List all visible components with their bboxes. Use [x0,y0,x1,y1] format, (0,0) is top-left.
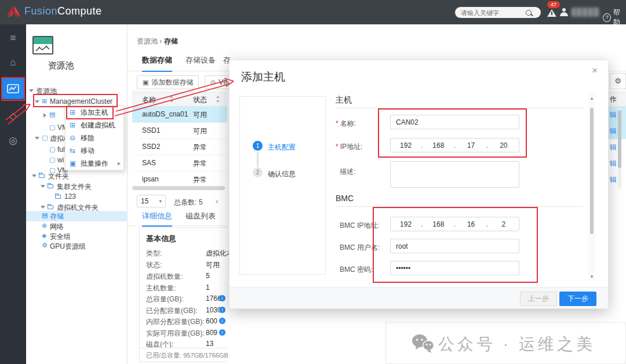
vm-group-icon: ▢ [42,134,48,141]
col-status[interactable]: 状态 [193,95,207,105]
left-icon-rail: ≡ ⌂ ◇ ◎ [0,24,26,364]
info-icon[interactable]: i [219,329,225,336]
watermark-card: 公众号 · 运维之美 [385,322,626,364]
tree-node-storage-selected[interactable]: ▤存储 [26,211,128,221]
info-row-internal-allocated: 内部分配容量(GB):600i [146,317,205,327]
tree-node-folders[interactable]: 文件夹 [26,171,128,181]
user-icon[interactable] [560,8,568,16]
cluster-icon: ⊞ [42,97,47,105]
breadcrumb-current: 存储 [164,37,178,45]
dialog-scrollbar[interactable]: ▴ ▾ [588,94,595,281]
sort-name-icon[interactable] [170,95,174,103]
menu-item-add-host[interactable]: ⊞添加主机 [65,106,123,119]
main-menu-icon[interactable]: ≡ [0,32,26,44]
info-row-type: 类型:虚拟化本地 [146,249,162,259]
fusioncompute-screen: FusionCompute 47 ? 帮助 ≡ ⌂ ◇ ◎ 资源池 [0,0,626,364]
edit-link-fragment[interactable]: 辑 [606,123,626,139]
network-icon: ⊕ [42,222,47,230]
col-name[interactable]: 名称 [142,95,156,105]
services-icon[interactable]: ◇ [0,110,26,122]
info-icon[interactable]: i [219,295,225,301]
bmc-password-input[interactable] [390,261,519,275]
close-icon[interactable]: × [592,65,598,77]
info-row-status: 状态:可用 [146,260,162,271]
scrollbar-thumb[interactable] [590,108,594,234]
tree-node-cluster-folder[interactable]: 集群文件夹 [26,181,128,192]
scroll-down-icon[interactable]: ▾ [588,274,595,279]
home-icon[interactable]: ⌂ [0,57,26,68]
add-datastore-button[interactable]: ▣添加数据存储 [137,75,199,89]
search-icon[interactable] [526,10,532,16]
breadcrumb-parent[interactable]: 资源池 [137,37,158,45]
tree-node-security-group[interactable]: ◈安全组 [26,231,128,242]
pager-total: 总条数: 5 [174,198,202,208]
vm-icon: ▢ [49,145,55,153]
name-input[interactable] [390,115,519,129]
help-button[interactable]: ? 帮助 [603,8,626,27]
resource-pool-nav-active[interactable] [2,78,24,99]
tab-disk-list[interactable]: 磁盘列表 [185,211,216,225]
info-icon[interactable]: i [219,318,225,324]
table-row[interactable]: autoDS_cna01可用 [132,107,227,123]
edit-link-fragment[interactable]: 辑 [606,107,626,123]
step-1-circle[interactable]: 1 [253,141,263,151]
bmc-ip-input[interactable]: 192 168 16 2 [390,217,519,231]
edit-link-fragment[interactable]: 辑 [606,139,626,155]
global-search[interactable] [455,7,541,18]
description-textarea[interactable] [390,161,519,188]
tree-node-folder-123[interactable]: 123 [26,192,128,202]
table-row[interactable]: ipsan异常 [132,172,227,188]
table-horizontal-scrollbar[interactable] [132,186,225,190]
page-size-select[interactable]: 15▾ [137,195,166,208]
step-connector [257,152,259,167]
dialog-title: 添加主机 [241,70,285,85]
sort-status-icon[interactable] [216,95,220,103]
username-blurred[interactable] [572,8,599,17]
table-vertical-scrollbar[interactable] [618,108,621,189]
info-row-total-capacity: 总容量(GB):1766i [146,294,184,305]
step-1-label[interactable]: 主机配置 [268,143,296,152]
add-host-icon: ⊞ [70,106,75,119]
ip-address-input[interactable]: 192 168 17 20 [390,138,519,152]
pager-prev-icon[interactable]: ‹ [216,196,219,206]
menu-item-remove[interactable]: ⊖移除 [65,132,123,144]
tab-detail-info[interactable]: 详细信息 [142,211,172,227]
table-row[interactable]: SSD2异常 [132,139,227,155]
info-icon[interactable]: i [219,307,225,313]
step-2-label[interactable]: 确认信息 [268,169,296,179]
chevron-down-icon: ▾ [159,198,162,204]
edit-link-fragment[interactable]: 辑 [606,172,626,188]
previous-step-button[interactable]: 上一步 [520,292,557,306]
system-icon[interactable]: ◎ [0,134,26,147]
table-settings-gear-icon[interactable]: ⚙ [610,73,626,89]
basic-info-title: 基本信息 [146,234,176,244]
search-input[interactable] [460,9,526,17]
tree-node-gpu-group[interactable]: ⚙GPU资源组 [26,241,128,252]
table-row[interactable]: SSD1可用 [132,123,227,139]
alarm-count-badge: 47 [547,1,560,8]
table-header: 名称 状态 [132,92,227,107]
bmc-password-field-label: BMC 密码: [340,265,373,275]
table-row[interactable]: SAS异常 [132,155,227,172]
tab-datastore[interactable]: 数据存储 [142,55,172,72]
tree-node-resource-pool[interactable]: 资源池 [26,86,128,96]
next-step-button[interactable]: 下一步 [559,292,596,306]
menu-item-move[interactable]: ⇆移动 [65,144,123,157]
info-row-vm-count: 虚拟机数量:5查看 [146,272,183,282]
dialog-footer: 上一步 下一步 [230,287,608,308]
bmc-ip-field-label: BMC IP地址: [340,221,380,231]
menu-item-create-vm[interactable]: ⊞创建虚拟机 [65,119,123,132]
tab-storage-device[interactable]: 存储设备 [185,55,216,71]
bmc-user-input[interactable] [390,239,519,253]
step-2-circle[interactable]: 2 [253,168,263,177]
section-bmc: BMC [336,194,354,203]
create-vm-icon: ⊞ [70,119,75,132]
batch-icon: ▣ [70,157,76,170]
edit-link-fragment[interactable]: 辑 [606,155,626,172]
menu-item-batch[interactable]: ▣批量操作▸ [65,157,123,170]
info-row-disk-count: 磁盘(个):13 [146,340,173,350]
scroll-up-icon[interactable]: ▴ [588,95,595,101]
alarm-icon[interactable] [547,9,556,17]
huawei-logo-icon [6,5,21,20]
tree-node-network[interactable]: ⊕网络 [26,221,128,232]
